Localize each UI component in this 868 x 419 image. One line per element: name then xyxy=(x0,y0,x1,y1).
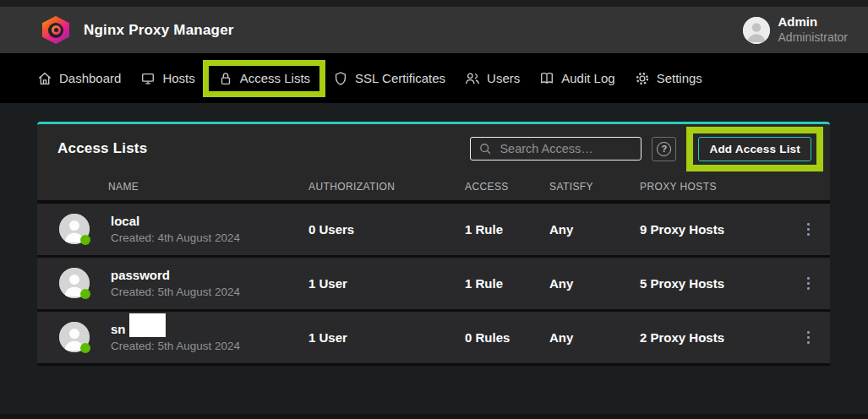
satisfy-value: Any xyxy=(549,330,640,345)
table-header: NAME AUTHORIZATION ACCESS SATISFY PROXY … xyxy=(37,173,830,204)
monitor-icon xyxy=(140,71,156,86)
access-list-name[interactable]: local xyxy=(111,213,240,230)
row-menu-button[interactable] xyxy=(802,326,815,349)
nav-item-label: Hosts xyxy=(162,71,194,85)
users-icon xyxy=(465,71,480,86)
panel-toolbar: ? Add Access List xyxy=(470,127,823,171)
search-input[interactable] xyxy=(500,142,633,155)
name-cell: sn Created: 5th August 2024 xyxy=(37,321,308,354)
name-block: local Created: 4th August 2024 xyxy=(111,213,240,246)
authorization-value: 1 User xyxy=(308,276,465,291)
created-date: Created: 5th August 2024 xyxy=(111,339,240,354)
name-block: sn Created: 5th August 2024 xyxy=(111,321,240,354)
table-row[interactable]: sn Created: 5th August 2024 1 User 0 Rul… xyxy=(37,312,830,366)
nav-item-hosts[interactable]: Hosts xyxy=(140,71,194,86)
annotation-highlight-box: Add Access List xyxy=(686,127,823,171)
table-row[interactable]: password Created: 5th August 2024 1 User… xyxy=(37,258,830,312)
lock-icon xyxy=(218,71,233,86)
window-edge-bottom xyxy=(0,414,868,419)
column-header-proxy-hosts: PROXY HOSTS xyxy=(640,181,786,193)
satisfy-value: Any xyxy=(549,222,640,237)
user-menu[interactable]: Admin Administrator xyxy=(743,14,848,45)
brand: Nginx Proxy Manager xyxy=(42,16,234,44)
nav-item-label: Users xyxy=(487,71,520,85)
nav-item-ssl-certificates[interactable]: SSL Certificates xyxy=(333,71,445,86)
nav-item-access-lists[interactable]: Access Lists xyxy=(203,60,325,97)
user-name: Admin xyxy=(778,14,848,30)
satisfy-value: Any xyxy=(549,276,640,291)
redaction-box xyxy=(129,313,166,337)
column-header-name: NAME xyxy=(37,181,308,193)
avatar xyxy=(59,214,90,244)
panel-title: Access Lists xyxy=(57,140,147,157)
user-avatar[interactable] xyxy=(743,17,770,44)
created-date: Created: 4th August 2024 xyxy=(111,231,240,246)
search-icon xyxy=(478,142,492,155)
authorization-value: 0 Users xyxy=(308,222,465,237)
nav-item-label: Audit Log xyxy=(561,71,614,85)
panel-header: Access Lists ? Add Access List xyxy=(37,124,830,173)
status-dot xyxy=(80,289,90,299)
name-cell: local Created: 4th August 2024 xyxy=(37,213,308,246)
shield-icon xyxy=(333,71,348,86)
proxy-hosts-value: 2 Proxy Hosts xyxy=(640,330,786,345)
app-title: Nginx Proxy Manager xyxy=(84,22,234,39)
name-cell: password Created: 5th August 2024 xyxy=(37,267,308,300)
app-header: Nginx Proxy Manager Admin Administrator xyxy=(0,7,868,53)
nav-item-label: SSL Certificates xyxy=(355,71,445,85)
status-dot xyxy=(80,343,90,353)
access-value: 1 Rule xyxy=(465,222,549,237)
book-icon xyxy=(539,71,554,86)
avatar xyxy=(59,322,90,352)
proxy-hosts-value: 5 Proxy Hosts xyxy=(640,276,786,291)
user-text: Admin Administrator xyxy=(778,14,848,45)
column-header-authorization: AUTHORIZATION xyxy=(308,181,465,193)
search-box[interactable] xyxy=(470,137,641,161)
user-role: Administrator xyxy=(778,30,848,46)
nav-item-settings[interactable]: Settings xyxy=(635,71,702,86)
status-dot xyxy=(80,235,90,245)
name-block: password Created: 5th August 2024 xyxy=(111,267,240,300)
created-date: Created: 5th August 2024 xyxy=(111,285,240,300)
question-mark-icon: ? xyxy=(657,142,671,156)
main-nav: Dashboard Hosts Access Lists SSL Certifi… xyxy=(0,53,868,103)
row-menu-button[interactable] xyxy=(802,272,815,295)
column-header-access: ACCESS xyxy=(465,181,549,193)
proxy-hosts-value: 9 Proxy Hosts xyxy=(640,222,786,237)
nav-item-audit-log[interactable]: Audit Log xyxy=(539,71,614,86)
nav-item-users[interactable]: Users xyxy=(465,71,520,86)
page-content: Access Lists ? Add Access List NAME AUTH… xyxy=(0,122,868,366)
nav-item-dashboard[interactable]: Dashboard xyxy=(37,71,121,86)
nav-item-label: Dashboard xyxy=(59,71,121,85)
access-value: 1 Rule xyxy=(465,276,549,291)
row-menu-button[interactable] xyxy=(802,218,815,241)
nav-item-label: Settings xyxy=(657,71,702,85)
home-icon xyxy=(37,71,52,86)
help-button[interactable]: ? xyxy=(652,137,676,161)
add-access-list-button[interactable]: Add Access List xyxy=(698,137,811,161)
nav-item-label: Access Lists xyxy=(240,71,310,85)
table-row[interactable]: local Created: 4th August 2024 0 Users 1… xyxy=(37,204,830,258)
column-header-satisfy: SATISFY xyxy=(549,181,640,193)
access-lists-panel: Access Lists ? Add Access List NAME AUTH… xyxy=(37,122,830,366)
access-value: 0 Rules xyxy=(465,330,549,345)
access-list-name[interactable]: password xyxy=(111,267,240,284)
gear-icon xyxy=(635,71,650,86)
window-edge-top xyxy=(0,0,868,7)
avatar xyxy=(59,268,90,298)
npm-logo-icon xyxy=(42,16,69,44)
authorization-value: 1 User xyxy=(308,330,465,345)
person-icon xyxy=(743,17,770,44)
